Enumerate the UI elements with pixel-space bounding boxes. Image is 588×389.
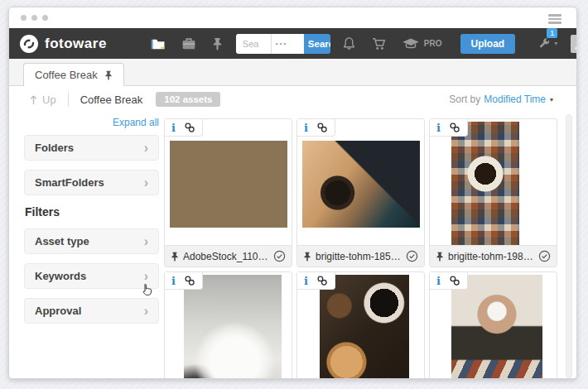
up-label: Up [42,94,56,106]
link-icon[interactable] [449,275,460,286]
academy-pro-group[interactable]: PRO [402,37,442,50]
fotoware-logo-icon [20,35,38,53]
sort-caret-down-icon: ▾ [550,96,553,103]
info-icon[interactable]: i [436,122,441,133]
thumbnail-coffee-pancakes[interactable] [320,275,409,379]
sidebar: Expand all Folders › SmartFolders › Filt… [24,117,159,333]
sort-value-dropdown[interactable]: Modified Time [484,94,546,105]
chevron-right-icon: › [144,304,148,319]
asset-card[interactable]: i [429,271,557,379]
card-actions: i [165,119,203,137]
filter-item-asset-type[interactable]: Asset type › [24,228,159,254]
asset-card[interactable]: i brigitte-tohm-18506... [296,118,425,267]
link-icon[interactable] [316,122,328,133]
vertical-scrollbar[interactable] [566,114,572,378]
pin-icon[interactable] [303,252,311,262]
sidebar-item-label: SmartFolders [35,176,104,189]
filename[interactable]: brigitte-tohm-18506... [316,251,402,262]
pin-icon[interactable] [171,252,179,262]
asset-count-badge: 102 assets [156,92,220,107]
filter-item-label: Keywords [35,270,86,282]
link-icon[interactable] [184,122,195,133]
briefcase-icon[interactable] [181,37,196,50]
thumbnail-coffee-plaid[interactable] [451,122,519,246]
divider [68,92,69,107]
tools-caret-down-icon: ▾ [554,40,557,47]
card-label-bar: AdobeStock_110201... [165,245,292,267]
card-actions: i [297,119,335,137]
chevron-right-icon: › [144,269,148,284]
link-icon[interactable] [449,122,460,133]
thumbnail-cookies-laptop[interactable] [302,141,420,228]
thumbnail-snow-heart-path[interactable] [184,275,282,379]
search-input[interactable] [236,39,271,49]
info-icon[interactable]: i [304,276,308,286]
info-icon[interactable]: i [171,276,176,286]
fotoware-logo[interactable]: fotoware [20,35,107,53]
filter-item-label: Asset type [35,235,89,247]
sort-control: Sort by Modified Time ▾ [449,94,553,105]
upload-button[interactable]: Upload [460,34,516,54]
asset-card[interactable]: i brigitte-tohm-19847... [429,118,557,267]
tab-label: Coffee Break [35,69,98,81]
filter-item-approval[interactable]: Approval › [24,298,159,324]
sidebar-item-label: Folders [35,142,74,154]
tab-pin-icon [104,70,113,80]
check-circle-icon[interactable] [538,250,551,262]
card-actions: i [165,272,203,290]
card-actions: i [430,119,468,137]
tab-coffee-break[interactable]: Coffee Break [23,63,124,86]
filename[interactable]: brigitte-tohm-19847... [448,251,534,262]
app-window: fotoware ••• Search PRO [8,7,577,379]
sidebar-item-smartfolders[interactable]: SmartFolders › [24,170,159,195]
expand-all-link[interactable]: Expand all [24,117,159,128]
up-button[interactable]: Up [29,94,56,106]
card-label-bar: brigitte-tohm-19847... [430,245,557,267]
notifications-bell-icon[interactable] [342,36,356,50]
graduation-cap-icon [402,37,420,50]
pro-label: PRO [424,39,442,48]
chevron-right-icon: › [144,175,148,190]
pinned-items-icon[interactable] [212,37,223,50]
cart-icon[interactable] [372,37,387,50]
archives-folder-icon[interactable] [150,37,166,50]
breadcrumb: Up Coffee Break 102 assets Sort by Modif… [9,86,576,113]
asset-card[interactable]: i [296,271,425,379]
check-circle-icon[interactable] [406,250,418,262]
info-icon[interactable]: i [304,122,308,133]
search-options-dots-icon[interactable]: ••• [271,34,292,54]
content-area: Expand all Folders › SmartFolders › Filt… [9,113,576,379]
filename[interactable]: AdobeStock_110201... [183,251,269,262]
check-circle-icon[interactable] [273,250,286,262]
sidebar-item-folders[interactable]: Folders › [24,135,159,161]
asset-card[interactable]: i [164,271,292,379]
notification-count-badge: 1 [547,28,557,38]
info-icon[interactable]: i [171,122,176,133]
filters-heading: Filters [25,205,159,219]
menu-icon[interactable] [548,14,561,24]
wrench-icon [537,37,551,50]
search-box: ••• [236,34,304,54]
link-icon[interactable] [316,275,328,286]
chevron-right-icon: › [144,234,148,249]
up-arrow-icon [29,94,38,105]
user-menu[interactable]: ▾ [571,35,577,53]
filter-item-label: Approval [35,305,81,317]
search-button[interactable]: Search [304,34,330,54]
search-group: ••• Search [236,34,330,54]
link-icon[interactable] [184,275,195,286]
filter-item-keywords[interactable]: Keywords › [24,263,159,289]
app-toolbar: fotoware ••• Search PRO [9,28,576,59]
tools-menu[interactable]: 1 ▾ [537,37,557,50]
info-icon[interactable]: i [436,276,441,286]
chevron-right-icon: › [144,141,148,156]
window-control-dots[interactable] [21,15,48,21]
thumbnail-cafe-man[interactable] [170,141,287,228]
tab-bar: Coffee Break [9,59,576,86]
pin-icon[interactable] [436,252,444,262]
avatar [571,35,577,53]
asset-card[interactable]: i AdobeStock_110201... [164,118,292,267]
sort-label: Sort by [449,94,480,105]
brand-name: fotoware [45,36,107,52]
thumbnail-hands-snow-heart[interactable] [451,275,542,379]
